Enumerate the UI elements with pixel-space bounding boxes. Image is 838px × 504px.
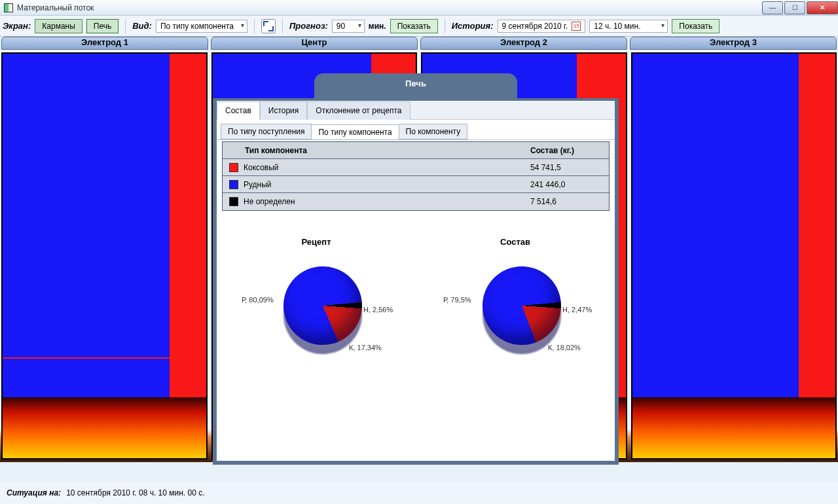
history-date-value: 9 сентября 2010 г. bbox=[502, 22, 568, 31]
pie-label-r: Р, 80,09% bbox=[242, 296, 274, 304]
row-value: 241 446,0 bbox=[530, 180, 609, 189]
th-value: Состав (кг.) bbox=[530, 146, 609, 155]
subtab-by-component-type[interactable]: По типу компонента bbox=[312, 124, 399, 140]
pockets-button[interactable]: Карманы bbox=[35, 19, 82, 33]
pie-charts: Рецепт Р, 80,09% Н, 2,56% К, 17,34% Сост… bbox=[217, 237, 615, 371]
col-header-1: Электрод 1 bbox=[1, 37, 208, 50]
view-label: Вид: bbox=[132, 21, 152, 31]
toolbar: Экран: Карманы Печь Вид: По типу компоне… bbox=[0, 16, 838, 37]
pie-label-k: К, 18,02% bbox=[548, 344, 581, 351]
history-time-value: 12 ч. 10 мин. bbox=[594, 22, 640, 31]
row-value: 54 741,5 bbox=[530, 163, 609, 172]
composition-chart: Состав Р, 79,5% Н, 2,47% К, 18,02% bbox=[443, 237, 587, 371]
recipe-chart: Рецепт Р, 80,09% Н, 2,56% К, 17,34% bbox=[244, 237, 388, 371]
subtab-by-receipt[interactable]: По типу поступления bbox=[221, 124, 312, 139]
pie-label-n: Н, 2,47% bbox=[562, 306, 592, 314]
electrode-1-panel bbox=[1, 52, 208, 459]
screen-label: Экран: bbox=[3, 21, 31, 31]
forecast-unit: мин. bbox=[369, 22, 386, 31]
forecast-label: Прогноз: bbox=[289, 21, 328, 31]
pie-label-n: Н, 2,56% bbox=[363, 306, 393, 314]
window-minimize-button[interactable]: — bbox=[762, 1, 783, 14]
furnace-modal: Печь Состав История Отклонение от рецепт… bbox=[213, 73, 619, 466]
color-swatch bbox=[229, 197, 238, 206]
col-header-2: Центр bbox=[211, 37, 418, 50]
status-value: 10 сентября 2010 г. 08 ч. 10 мин. 00 с. bbox=[66, 488, 204, 497]
calendar-icon: 15 bbox=[572, 22, 581, 31]
th-type: Тип компонента bbox=[223, 146, 530, 155]
tab-composition[interactable]: Состав bbox=[217, 101, 260, 120]
color-swatch bbox=[229, 163, 238, 172]
status-bar: Ситуация на: 10 сентября 2010 г. 08 ч. 1… bbox=[0, 482, 838, 504]
view-select-value: По типу компонента bbox=[160, 22, 234, 31]
tab-history[interactable]: История bbox=[260, 101, 308, 120]
composition-chart-title: Состав bbox=[443, 237, 587, 247]
view-select[interactable]: По типу компонента bbox=[156, 20, 247, 33]
col-header-3: Электрод 2 bbox=[420, 37, 627, 50]
recipe-chart-title: Рецепт bbox=[244, 237, 388, 247]
history-time-select[interactable]: 12 ч. 10 мин. bbox=[589, 20, 668, 33]
window-titlebar: Материальный поток — ☐ ✕ bbox=[0, 0, 838, 16]
tab-deviation[interactable]: Отклонение от рецепта bbox=[307, 101, 410, 120]
modal-tabs: Состав История Отклонение от рецепта bbox=[217, 101, 615, 120]
row-name: Коксовый bbox=[244, 163, 530, 172]
composition-table: Тип компонента Состав (кг.) Коксовый 54 … bbox=[222, 141, 610, 211]
composition-pie bbox=[483, 266, 561, 345]
subtab-by-component[interactable]: По компоненту bbox=[399, 124, 468, 139]
window-title: Материальный поток bbox=[17, 3, 94, 12]
row-name: Рудный bbox=[244, 180, 530, 189]
app-icon bbox=[4, 3, 13, 12]
table-row[interactable]: Коксовый 54 741,5 bbox=[223, 159, 609, 176]
pie-label-r: Р, 79,5% bbox=[443, 296, 471, 304]
pie-label-k: К, 17,34% bbox=[349, 344, 382, 351]
recipe-pie bbox=[283, 266, 362, 345]
history-show-button[interactable]: Показать bbox=[672, 19, 720, 33]
modal-subtabs: По типу поступления По типу компонента П… bbox=[217, 120, 615, 140]
table-row[interactable]: Рудный 241 446,0 bbox=[223, 176, 609, 193]
history-date-picker[interactable]: 9 сентября 2010 г. 15 bbox=[498, 20, 586, 33]
status-label: Ситуация на: bbox=[7, 488, 61, 497]
forecast-select[interactable]: 90 bbox=[332, 20, 365, 33]
col-header-4: Электрод 3 bbox=[630, 37, 837, 50]
row-name: Не определен bbox=[244, 197, 530, 206]
column-headers: Электрод 1 Центр Электрод 2 Электрод 3 bbox=[0, 37, 838, 50]
forecast-value: 90 bbox=[337, 22, 345, 31]
history-label: История: bbox=[452, 21, 494, 31]
forecast-show-button[interactable]: Показать bbox=[390, 19, 438, 33]
modal-title: Печь bbox=[314, 73, 517, 98]
fullscreen-icon[interactable] bbox=[261, 19, 276, 33]
electrode-3-panel bbox=[631, 52, 837, 459]
window-close-button[interactable]: ✕ bbox=[807, 1, 838, 14]
row-value: 7 514,6 bbox=[530, 197, 609, 206]
color-swatch bbox=[229, 180, 238, 189]
table-row[interactable]: Не определен 7 514,6 bbox=[223, 193, 609, 210]
window-maximize-button[interactable]: ☐ bbox=[784, 1, 805, 14]
furnace-button[interactable]: Печь bbox=[86, 19, 118, 33]
